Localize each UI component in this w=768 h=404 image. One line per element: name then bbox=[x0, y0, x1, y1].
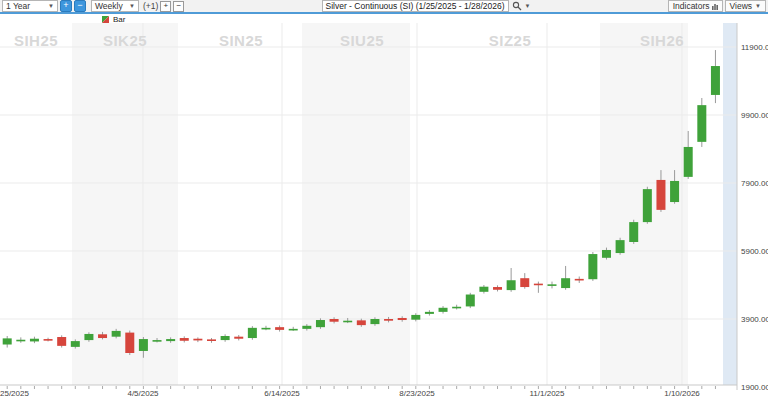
candlestick[interactable] bbox=[16, 340, 25, 342]
contract-band-label: SIH26 bbox=[640, 32, 684, 49]
candlestick[interactable] bbox=[193, 339, 202, 341]
candlestick[interactable] bbox=[534, 284, 543, 286]
candlestick[interactable] bbox=[479, 287, 488, 292]
aggregation-plus-button[interactable]: + bbox=[160, 1, 171, 12]
candlestick[interactable] bbox=[289, 329, 298, 331]
candlestick[interactable] bbox=[234, 337, 243, 339]
views-button-label: Views bbox=[730, 1, 753, 11]
symbol-title-box[interactable]: Silver - Continuous (SI) (1/25/2025 - 1/… bbox=[322, 0, 509, 12]
candlestick[interactable] bbox=[330, 319, 339, 322]
chart-toolbar: 1 Year ▼ + − Weekly ▼ (+1) + − Silver - … bbox=[0, 0, 768, 14]
candlestick[interactable] bbox=[44, 339, 53, 341]
x-axis-label: 25/2025 bbox=[0, 389, 29, 398]
candlestick[interactable] bbox=[602, 250, 611, 258]
candlestick[interactable] bbox=[112, 331, 121, 337]
candlestick[interactable] bbox=[139, 339, 148, 351]
candlestick[interactable] bbox=[656, 180, 665, 210]
chevron-down-icon: ▼ bbox=[129, 3, 135, 9]
candlestick[interactable] bbox=[588, 254, 597, 279]
candlestick[interactable] bbox=[425, 312, 434, 314]
candlestick[interactable] bbox=[643, 189, 652, 222]
x-axis-label: 8/23/2025 bbox=[399, 389, 435, 398]
candlestick[interactable] bbox=[180, 338, 189, 341]
candlestick[interactable] bbox=[302, 326, 311, 329]
contract-band-label: SIZ25 bbox=[489, 32, 532, 49]
candlestick[interactable] bbox=[616, 240, 625, 253]
candlestick[interactable] bbox=[370, 319, 379, 324]
indicators-button[interactable]: Indicators bbox=[668, 0, 723, 12]
bar-series-icon bbox=[102, 16, 109, 23]
range-select[interactable]: 1 Year ▼ bbox=[2, 0, 58, 12]
chevron-down-icon: ▼ bbox=[525, 3, 531, 9]
candlestick[interactable] bbox=[439, 308, 448, 312]
candlestick[interactable] bbox=[561, 278, 570, 288]
chevron-down-icon: ▼ bbox=[48, 3, 54, 9]
candlestick[interactable] bbox=[466, 295, 475, 307]
candlestick[interactable] bbox=[575, 279, 584, 281]
symbol-search-button[interactable]: ▼ bbox=[512, 1, 531, 11]
y-axis-label: 9900.00 bbox=[741, 111, 768, 120]
candlestick[interactable] bbox=[207, 339, 216, 341]
y-axis-label: 5900.00 bbox=[741, 247, 768, 256]
indicators-button-label: Indicators bbox=[673, 1, 710, 11]
candlestick[interactable] bbox=[629, 222, 638, 242]
candlestick[interactable] bbox=[125, 333, 134, 353]
candlestick[interactable] bbox=[3, 338, 12, 344]
views-button[interactable]: Views ▼ bbox=[725, 0, 766, 12]
contract-band-label: SIN25 bbox=[219, 32, 263, 49]
candlestick[interactable] bbox=[84, 334, 93, 340]
candlestick[interactable] bbox=[384, 319, 393, 321]
candlestick[interactable] bbox=[398, 318, 407, 320]
x-axis-label: 1/10/2026 bbox=[664, 389, 700, 398]
contract-band-label: SIH25 bbox=[14, 32, 58, 49]
candlestick-canvas[interactable] bbox=[0, 0, 768, 404]
candlestick[interactable] bbox=[411, 315, 420, 320]
legend-bar-toggle[interactable]: Bar bbox=[102, 15, 125, 24]
x-axis-label: 11/1/2025 bbox=[530, 389, 565, 398]
y-axis-label: 11900.00 bbox=[741, 43, 768, 52]
period-select-value: Weekly bbox=[95, 1, 123, 11]
chart-title: Silver - Continuous (SI) (1/25/2025 - 1/… bbox=[326, 1, 505, 11]
candlestick[interactable] bbox=[261, 328, 270, 330]
candlestick[interactable] bbox=[30, 339, 39, 342]
zoom-in-button[interactable]: + bbox=[60, 0, 72, 12]
legend-bar-label: Bar bbox=[113, 15, 125, 24]
candlestick[interactable] bbox=[711, 66, 720, 95]
candlestick[interactable] bbox=[71, 341, 80, 347]
candlestick[interactable] bbox=[275, 327, 284, 330]
candlestick[interactable] bbox=[166, 339, 175, 341]
candlestick[interactable] bbox=[507, 280, 516, 290]
candlestick[interactable] bbox=[493, 287, 502, 290]
zoom-out-button[interactable]: − bbox=[74, 0, 86, 12]
x-axis-label: 6/14/2025 bbox=[264, 389, 300, 398]
candlestick[interactable] bbox=[98, 334, 107, 338]
aggregation-multiplier: (+1) bbox=[143, 1, 158, 11]
search-icon bbox=[512, 1, 522, 11]
candlestick[interactable] bbox=[153, 340, 162, 342]
y-axis-label: 7900.00 bbox=[741, 179, 768, 188]
chart-area[interactable]: SIH25SIK25SIN25SIU25SIZ25SIH2611900.0099… bbox=[0, 0, 768, 404]
y-axis-label: 3900.00 bbox=[741, 315, 768, 324]
candlestick[interactable] bbox=[670, 181, 679, 202]
range-select-value: 1 Year bbox=[6, 1, 30, 11]
candlestick[interactable] bbox=[697, 105, 706, 142]
y-axis-label: 1900.00 bbox=[741, 383, 768, 392]
candlestick[interactable] bbox=[57, 337, 66, 346]
period-select[interactable]: Weekly ▼ bbox=[91, 0, 139, 12]
candlestick[interactable] bbox=[316, 320, 325, 327]
indicator-chart-icon bbox=[712, 3, 718, 10]
candlestick[interactable] bbox=[357, 320, 366, 325]
candlestick[interactable] bbox=[548, 284, 557, 286]
candlestick[interactable] bbox=[248, 328, 257, 338]
x-axis-label: 4/5/2025 bbox=[127, 389, 158, 398]
candlestick[interactable] bbox=[221, 336, 230, 340]
candlestick[interactable] bbox=[520, 278, 529, 287]
aggregation-minus-button[interactable]: − bbox=[173, 1, 184, 12]
contract-band-label: SIK25 bbox=[103, 32, 147, 49]
chevron-down-icon: ▼ bbox=[755, 3, 761, 9]
candlestick[interactable] bbox=[684, 147, 693, 177]
candlestick[interactable] bbox=[452, 307, 461, 309]
candlestick[interactable] bbox=[343, 321, 352, 323]
contract-band-label: SIU25 bbox=[340, 32, 384, 49]
